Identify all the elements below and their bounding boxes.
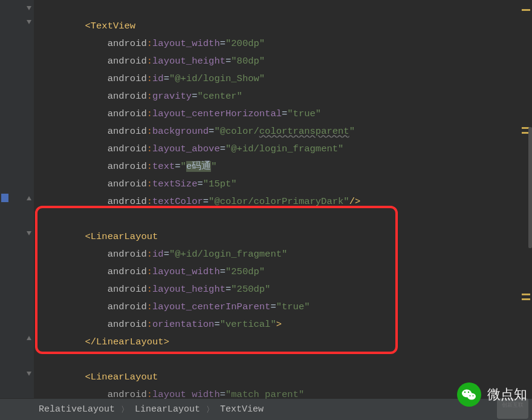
colon: :: [147, 38, 152, 49]
svg-text:创新互联: 创新互联: [502, 402, 524, 408]
warning-mark[interactable]: [522, 298, 530, 300]
breadcrumb-item[interactable]: LinearLayout: [131, 404, 204, 415]
code-line[interactable]: android:id="@+id/login_fragment": [34, 246, 532, 263]
gutter: [0, 0, 34, 398]
code-line[interactable]: android:layout_height="250dp": [34, 281, 532, 298]
code-line[interactable]: android:text="e码通": [34, 158, 532, 176]
code-line[interactable]: android:layout_height="80dp": [34, 53, 532, 70]
fold-icon[interactable]: [25, 230, 33, 237]
code-line[interactable]: <TextView: [34, 18, 532, 35]
warning-mark[interactable]: [522, 294, 530, 295]
fold-icon[interactable]: [25, 370, 33, 378]
fold-icon[interactable]: [25, 19, 33, 26]
ns: android: [108, 38, 147, 49]
fold-icon[interactable]: [25, 335, 33, 342]
code-line[interactable]: android:id="@+id/login_Show": [34, 70, 532, 88]
breadcrumb-item[interactable]: TextView: [216, 404, 267, 415]
tag-name: TextView: [91, 21, 135, 31]
tag-open: <: [85, 21, 90, 31]
code-line[interactable]: android:textSize="15pt": [34, 176, 532, 193]
code-line[interactable]: android:background="@color/colortranspar…: [34, 123, 532, 140]
code-line[interactable]: android:layout_above="@+id/login_fragmen…: [34, 140, 532, 158]
chevron-right-icon: 〉: [204, 404, 216, 415]
code-line[interactable]: android:layout_width="200dp": [34, 35, 532, 53]
code-line[interactable]: android:textColor="@color/colorPrimaryDa…: [34, 193, 532, 211]
fold-icon[interactable]: [25, 5, 33, 12]
code-line[interactable]: [34, 351, 532, 369]
code-line[interactable]: <LinearLayout: [34, 369, 532, 386]
code-line[interactable]: android:layout_width="250dp": [34, 263, 532, 281]
code-line[interactable]: [34, 0, 532, 18]
code-line[interactable]: android:gravity="center": [34, 88, 532, 105]
scrollbar-thumb[interactable]: [528, 127, 532, 248]
attr: layout_width: [152, 38, 220, 49]
breadcrumb-item[interactable]: RelativeLayout: [35, 404, 118, 415]
corner-logo: 创新互联: [497, 398, 528, 419]
code-line[interactable]: android:layout_centerHorizontal="true": [34, 105, 532, 123]
breakpoint-marker[interactable]: [1, 194, 8, 202]
code-line[interactable]: [34, 211, 532, 228]
fold-icon[interactable]: [25, 195, 33, 202]
chevron-right-icon: 〉: [118, 404, 131, 415]
code-line[interactable]: </LinearLayout>: [34, 333, 532, 351]
code-line[interactable]: android:orientation="vertical">: [34, 316, 532, 333]
eq: =: [220, 38, 225, 49]
editor-area: <TextView android:layout_width="200dp" a…: [0, 0, 532, 398]
code-line[interactable]: <LinearLayout: [34, 228, 532, 246]
code-line[interactable]: android:layout_centerInParent="true": [34, 298, 532, 316]
val: "200dp": [225, 38, 265, 49]
code-line[interactable]: android:layout width="match parent": [34, 386, 532, 404]
code-pane[interactable]: <TextView android:layout_width="200dp" a…: [34, 0, 532, 398]
warning-mark[interactable]: [522, 9, 530, 11]
marker-bar[interactable]: [520, 0, 532, 398]
